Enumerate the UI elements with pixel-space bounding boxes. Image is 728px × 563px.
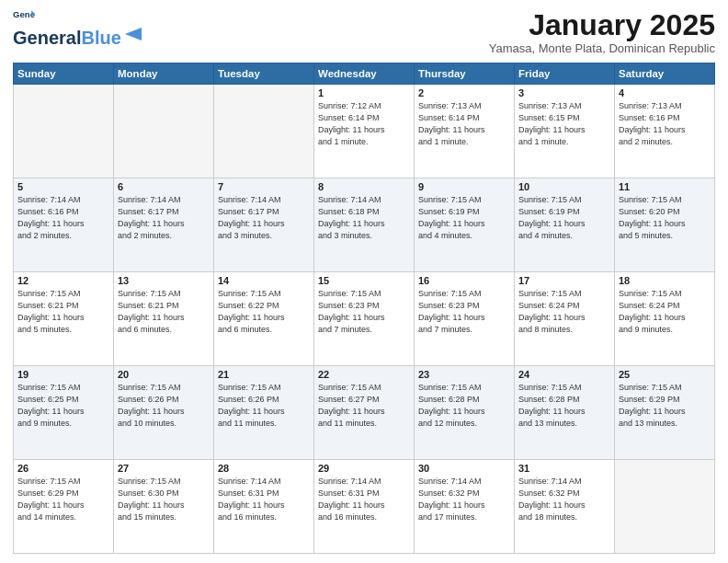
weekday-header: Monday [114,63,214,85]
header: General GeneralBlue January 2025 Yamasa,… [13,9,715,55]
day-number: 24 [518,369,610,380]
day-info: Sunrise: 7:15 AM Sunset: 6:23 PM Dayligh… [418,288,510,336]
day-info: Sunrise: 7:14 AM Sunset: 6:32 PM Dayligh… [418,476,510,523]
calendar-table: SundayMondayTuesdayWednesdayThursdayFrid… [13,63,715,554]
day-number: 2 [418,87,510,98]
day-number: 8 [318,181,410,192]
day-number: 23 [418,369,510,380]
day-number: 6 [118,181,210,192]
calendar-cell: 19Sunrise: 7:15 AM Sunset: 6:25 PM Dayli… [14,366,114,460]
day-number: 7 [218,181,310,192]
calendar-cell: 8Sunrise: 7:14 AM Sunset: 6:18 PM Daylig… [314,178,415,272]
calendar-cell: 20Sunrise: 7:15 AM Sunset: 6:26 PM Dayli… [114,366,214,460]
month-title: January 2025 [489,9,715,41]
calendar-cell: 13Sunrise: 7:15 AM Sunset: 6:21 PM Dayli… [114,272,214,366]
day-info: Sunrise: 7:15 AM Sunset: 6:26 PM Dayligh… [118,382,210,430]
logo-arrow-icon [123,24,143,44]
day-info: Sunrise: 7:14 AM Sunset: 6:18 PM Dayligh… [318,194,410,242]
day-number: 28 [218,463,310,474]
day-info: Sunrise: 7:15 AM Sunset: 6:24 PM Dayligh… [518,288,610,336]
day-number: 12 [17,275,109,286]
calendar-cell: 23Sunrise: 7:15 AM Sunset: 6:28 PM Dayli… [415,366,515,460]
day-info: Sunrise: 7:15 AM Sunset: 6:26 PM Dayligh… [218,382,310,430]
logo-general: General [13,28,81,49]
calendar-cell: 24Sunrise: 7:15 AM Sunset: 6:28 PM Dayli… [515,366,615,460]
calendar-cell: 29Sunrise: 7:14 AM Sunset: 6:31 PM Dayli… [314,460,415,554]
weekday-header: Wednesday [314,63,415,85]
day-number: 5 [17,181,109,192]
calendar-cell: 4Sunrise: 7:13 AM Sunset: 6:16 PM Daylig… [615,85,715,178]
calendar-cell: 22Sunrise: 7:15 AM Sunset: 6:27 PM Dayli… [314,366,415,460]
day-number: 30 [418,463,510,474]
day-number: 27 [118,463,210,474]
day-number: 26 [17,463,109,474]
weekday-header: Tuesday [214,63,314,85]
day-number: 11 [619,181,711,192]
calendar-cell: 14Sunrise: 7:15 AM Sunset: 6:22 PM Dayli… [214,272,314,366]
day-info: Sunrise: 7:14 AM Sunset: 6:31 PM Dayligh… [318,476,410,523]
day-info: Sunrise: 7:14 AM Sunset: 6:31 PM Dayligh… [218,476,310,523]
weekday-header: Saturday [615,63,715,85]
day-info: Sunrise: 7:13 AM Sunset: 6:15 PM Dayligh… [518,100,610,148]
page: General GeneralBlue January 2025 Yamasa,… [0,0,728,563]
day-info: Sunrise: 7:15 AM Sunset: 6:25 PM Dayligh… [17,382,109,430]
day-number: 13 [118,275,210,286]
day-info: Sunrise: 7:15 AM Sunset: 6:22 PM Dayligh… [218,288,310,336]
calendar-cell: 9Sunrise: 7:15 AM Sunset: 6:19 PM Daylig… [415,178,515,272]
day-number: 3 [518,87,610,98]
calendar-cell: 17Sunrise: 7:15 AM Sunset: 6:24 PM Dayli… [515,272,615,366]
day-info: Sunrise: 7:12 AM Sunset: 6:14 PM Dayligh… [318,100,410,148]
day-info: Sunrise: 7:15 AM Sunset: 6:19 PM Dayligh… [418,194,510,242]
day-number: 20 [118,369,210,380]
calendar-cell [615,460,715,554]
day-number: 1 [318,87,410,98]
day-info: Sunrise: 7:14 AM Sunset: 6:32 PM Dayligh… [518,476,610,523]
calendar-cell: 31Sunrise: 7:14 AM Sunset: 6:32 PM Dayli… [515,460,615,554]
calendar-cell: 2Sunrise: 7:13 AM Sunset: 6:14 PM Daylig… [415,85,515,178]
day-info: Sunrise: 7:15 AM Sunset: 6:28 PM Dayligh… [418,382,510,430]
calendar-cell: 27Sunrise: 7:15 AM Sunset: 6:30 PM Dayli… [114,460,214,554]
calendar-cell: 25Sunrise: 7:15 AM Sunset: 6:29 PM Dayli… [615,366,715,460]
day-number: 25 [619,369,711,380]
day-number: 29 [318,463,410,474]
calendar-cell: 12Sunrise: 7:15 AM Sunset: 6:21 PM Dayli… [14,272,114,366]
calendar-cell: 28Sunrise: 7:14 AM Sunset: 6:31 PM Dayli… [214,460,314,554]
day-info: Sunrise: 7:15 AM Sunset: 6:23 PM Dayligh… [318,288,410,336]
calendar-cell: 3Sunrise: 7:13 AM Sunset: 6:15 PM Daylig… [515,85,615,178]
day-info: Sunrise: 7:13 AM Sunset: 6:16 PM Dayligh… [619,100,711,148]
title-block: January 2025 Yamasa, Monte Plata, Domini… [489,9,715,55]
calendar-cell: 30Sunrise: 7:14 AM Sunset: 6:32 PM Dayli… [415,460,515,554]
location: Yamasa, Monte Plata, Dominican Republic [489,41,715,55]
calendar-cell [214,85,314,178]
calendar-cell: 7Sunrise: 7:14 AM Sunset: 6:17 PM Daylig… [214,178,314,272]
day-number: 9 [418,181,510,192]
day-info: Sunrise: 7:15 AM Sunset: 6:29 PM Dayligh… [619,382,711,430]
logo-blue: Blue [81,28,120,49]
calendar-cell: 21Sunrise: 7:15 AM Sunset: 6:26 PM Dayli… [214,366,314,460]
day-info: Sunrise: 7:15 AM Sunset: 6:21 PM Dayligh… [17,288,109,336]
calendar-cell: 18Sunrise: 7:15 AM Sunset: 6:24 PM Dayli… [615,272,715,366]
day-info: Sunrise: 7:15 AM Sunset: 6:24 PM Dayligh… [619,288,711,336]
day-number: 15 [318,275,410,286]
day-info: Sunrise: 7:15 AM Sunset: 6:20 PM Dayligh… [619,194,711,242]
calendar-cell: 10Sunrise: 7:15 AM Sunset: 6:19 PM Dayli… [515,178,615,272]
day-number: 19 [17,369,109,380]
svg-marker-2 [125,28,142,40]
day-info: Sunrise: 7:14 AM Sunset: 6:16 PM Dayligh… [17,194,109,242]
calendar-cell [14,85,114,178]
day-number: 14 [218,275,310,286]
day-number: 4 [619,87,711,98]
day-number: 18 [619,275,711,286]
day-info: Sunrise: 7:15 AM Sunset: 6:30 PM Dayligh… [118,476,210,523]
day-number: 31 [518,463,610,474]
day-info: Sunrise: 7:14 AM Sunset: 6:17 PM Dayligh… [218,194,310,242]
calendar-cell: 6Sunrise: 7:14 AM Sunset: 6:17 PM Daylig… [114,178,214,272]
calendar-cell: 5Sunrise: 7:14 AM Sunset: 6:16 PM Daylig… [14,178,114,272]
logo-icon: General [13,9,35,22]
day-number: 21 [218,369,310,380]
day-info: Sunrise: 7:13 AM Sunset: 6:14 PM Dayligh… [418,100,510,148]
weekday-header: Friday [515,63,615,85]
logo: General GeneralBlue [13,9,143,49]
day-info: Sunrise: 7:15 AM Sunset: 6:28 PM Dayligh… [518,382,610,430]
day-info: Sunrise: 7:14 AM Sunset: 6:17 PM Dayligh… [118,194,210,242]
